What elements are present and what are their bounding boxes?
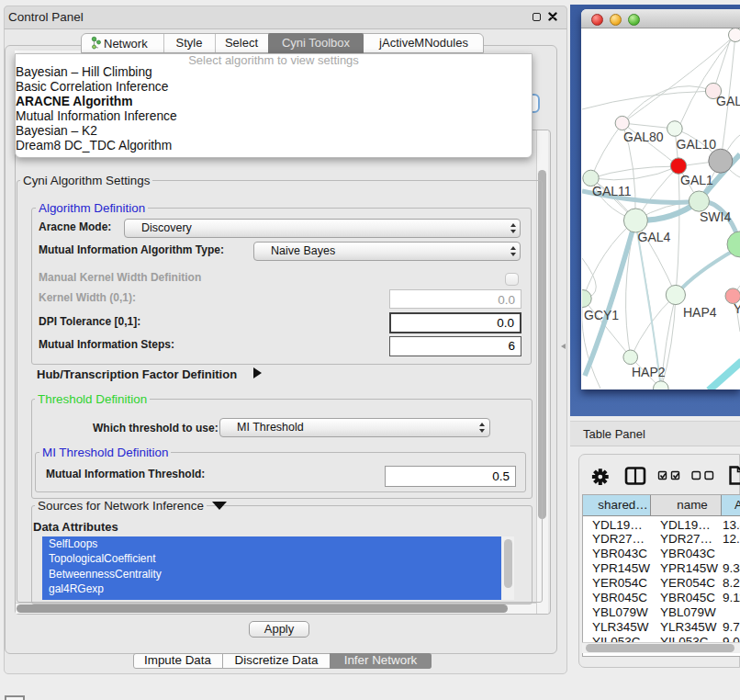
svg-text:SWI4: SWI4 <box>700 209 731 224</box>
svg-text:GAL11: GAL11 <box>592 184 632 198</box>
svg-text:HAP2: HAP2 <box>632 365 666 379</box>
svg-text:Y: Y <box>734 301 740 316</box>
svg-text:GAL4: GAL4 <box>638 230 671 244</box>
svg-text:GAL10: GAL10 <box>677 137 717 152</box>
svg-text:GAL80: GAL80 <box>623 130 664 144</box>
svg-text:GCY1: GCY1 <box>584 308 619 322</box>
svg-text:GAL1: GAL1 <box>680 173 713 187</box>
svg-text:HAP4: HAP4 <box>683 305 717 320</box>
svg-text:GAL7: GAL7 <box>716 94 740 108</box>
